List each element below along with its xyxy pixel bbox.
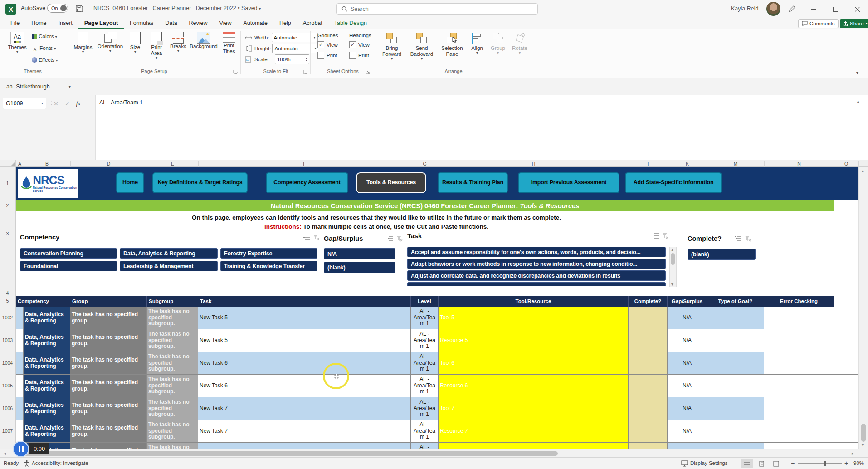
task-slicer-scrollbar[interactable]: ▴ ▾ — [669, 247, 677, 287]
minimize-button[interactable] — [804, 0, 824, 18]
cell-subgroup[interactable]: The task has no specified subgroup. — [147, 352, 198, 375]
tab-insert[interactable]: Insert — [53, 18, 78, 29]
table-row[interactable]: Data, Analytics & Reporting The task has… — [16, 352, 858, 375]
status-accessibility[interactable]: Accessibility: Investigate — [32, 460, 88, 466]
tab-review[interactable]: Review — [183, 18, 214, 29]
cell-complete[interactable] — [629, 329, 668, 352]
autosave-toggle[interactable]: On — [47, 4, 68, 13]
fonts-button[interactable]: A Fonts ▾ — [32, 45, 56, 53]
background-button[interactable]: Background — [190, 32, 218, 49]
display-settings-button[interactable]: Display Settings — [690, 460, 727, 466]
cell-type-of-goal[interactable] — [707, 307, 764, 329]
formula-input[interactable]: AL - Area/Team 1 — [95, 95, 868, 160]
cell-level[interactable]: AL - Area/Team 1 — [411, 443, 439, 449]
cell-error-checking[interactable] — [764, 307, 834, 329]
width-dropdown[interactable]: Automatic▾ — [272, 33, 318, 42]
zoom-in-button[interactable]: + — [844, 459, 848, 467]
tab-help[interactable]: Help — [273, 18, 297, 29]
effects-button[interactable]: Effects ▾ — [32, 57, 58, 63]
multi-select-icon[interactable] — [652, 233, 659, 239]
save-icon[interactable] — [75, 5, 83, 13]
tab-file[interactable]: File — [5, 18, 25, 29]
page-layout-view-button[interactable] — [756, 459, 767, 468]
vertical-scrollbar-thumb[interactable] — [861, 424, 866, 442]
colors-button[interactable]: Colors ▾ — [32, 34, 57, 39]
multi-select-icon[interactable] — [386, 235, 394, 242]
close-button[interactable] — [847, 0, 867, 18]
comments-button[interactable]: Comments — [798, 19, 839, 28]
avatar[interactable] — [766, 2, 780, 16]
cell-spacer[interactable] — [16, 352, 24, 375]
cell-task[interactable]: New Task 7 — [198, 397, 411, 420]
select-all-corner[interactable] — [0, 160, 16, 167]
nav-home[interactable]: Home — [116, 172, 144, 193]
zoom-level[interactable]: 90% — [853, 460, 864, 466]
excel-app-icon[interactable]: X — [5, 4, 16, 15]
bring-forward-button[interactable]: Bring Forward▾ — [378, 33, 405, 61]
cell-error-checking[interactable] — [764, 375, 834, 397]
th-task[interactable]: Task — [198, 296, 411, 307]
cell-subgroup[interactable]: The task has no specified subgroup. — [147, 307, 198, 329]
table-row[interactable]: Data, Analytics & Reporting The task has… — [16, 375, 858, 397]
scale-to-fit-dialog-launcher[interactable] — [303, 69, 307, 74]
slicer-item[interactable]: (blank) — [688, 249, 756, 260]
column-headers[interactable]: A B D E F G H I K M N O — [0, 160, 868, 167]
name-box[interactable]: G1009▾ — [3, 98, 46, 109]
recording-pause-bubble[interactable] — [13, 441, 29, 457]
tab-data[interactable]: Data — [159, 18, 183, 29]
cell-level[interactable]: AL - Area/Team 1 — [411, 329, 439, 352]
cell-task[interactable]: New Task 6 — [198, 375, 411, 397]
cell-empty[interactable] — [834, 397, 858, 420]
scroll-up-icon[interactable]: ▴ — [862, 168, 864, 173]
cell-type-of-goal[interactable] — [707, 443, 764, 449]
scroll-down-icon[interactable]: ▾ — [862, 442, 864, 447]
th-subgroup[interactable]: Subgroup — [147, 296, 198, 307]
cell-gap-surplus[interactable]: N/A — [668, 397, 707, 420]
cell-gap-surplus[interactable]: N/A — [668, 307, 707, 329]
cell-group[interactable]: The task has no specified group. — [70, 375, 147, 397]
cell-task[interactable]: New Task 7 — [198, 420, 411, 443]
cell-competency[interactable]: Data, Analytics & Reporting — [24, 397, 70, 420]
cell-empty[interactable] — [834, 329, 858, 352]
cell-complete[interactable] — [629, 375, 668, 397]
cell-group[interactable]: The task has no specified group. — [70, 397, 147, 420]
cell-type-of-goal[interactable] — [707, 420, 764, 443]
horizontal-scrollbar-thumb[interactable] — [18, 451, 558, 456]
slicer-item[interactable]: Conservation Planning — [20, 248, 117, 259]
cell-task[interactable]: New Task 5 — [198, 329, 411, 352]
slicer-item[interactable]: Adjust and correlate data, and recognize… — [407, 270, 666, 281]
cell-task[interactable] — [198, 443, 411, 449]
nav-results-training-plan[interactable]: Results & Training Plan — [438, 172, 508, 193]
cell-empty[interactable] — [834, 352, 858, 375]
cell-level[interactable]: AL - Area/Team 1 — [411, 352, 439, 375]
headings-view-checkbox[interactable]: ✓View — [349, 41, 377, 48]
slicer-item[interactable]: Leadership & Management — [120, 261, 218, 271]
tab-table-design[interactable]: Table Design — [328, 18, 373, 29]
cell-gap-surplus[interactable]: N/A — [668, 352, 707, 375]
user-name[interactable]: Kayla Reid — [731, 5, 758, 12]
gridlines-view-checkbox[interactable]: ✓View — [317, 41, 346, 48]
nav-add-state-specific[interactable]: Add State-Specific Information — [625, 172, 722, 193]
vertical-scrollbar[interactable]: ▴ ▾ — [858, 167, 868, 449]
cell-type-of-goal[interactable] — [707, 352, 764, 375]
slicer-item[interactable]: Adapt behaviors or work methods in respo… — [407, 259, 666, 269]
cell-task[interactable]: New Task 6 — [198, 352, 411, 375]
horizontal-scrollbar[interactable]: ◂ ▸ — [0, 449, 868, 457]
row-headers[interactable]: 1 2 3 4 5 1002 1003 1004 1005 1006 1007 — [0, 167, 16, 449]
table-row[interactable]: Data, Analytics & Reporting The task has… — [16, 307, 858, 329]
page-break-view-button[interactable] — [770, 459, 782, 468]
cell-empty[interactable] — [834, 375, 858, 397]
margins-button[interactable]: Margins▾ — [71, 32, 95, 54]
tab-page-layout[interactable]: Page Layout — [78, 18, 124, 29]
cell-error-checking[interactable] — [764, 420, 834, 443]
themes-button[interactable]: Aa Themes▾ — [5, 32, 29, 54]
cell-subgroup[interactable]: The task has no specified subgroup. — [147, 375, 198, 397]
tab-formulas[interactable]: Formulas — [124, 18, 159, 29]
scroll-up-icon[interactable]: ▴ — [671, 247, 673, 252]
slicer-item[interactable]: N/A — [324, 248, 395, 259]
cell-tool-resource[interactable] — [439, 443, 629, 449]
table-row-partial[interactable]: Data, Analytics & Reporting The task has… — [16, 443, 858, 449]
cell-subgroup[interactable]: The task has no specified subgroup. — [147, 420, 198, 443]
cell-group[interactable]: The task has no specified group. — [70, 443, 147, 449]
print-area-button[interactable]: Print Area▾ — [146, 32, 167, 60]
